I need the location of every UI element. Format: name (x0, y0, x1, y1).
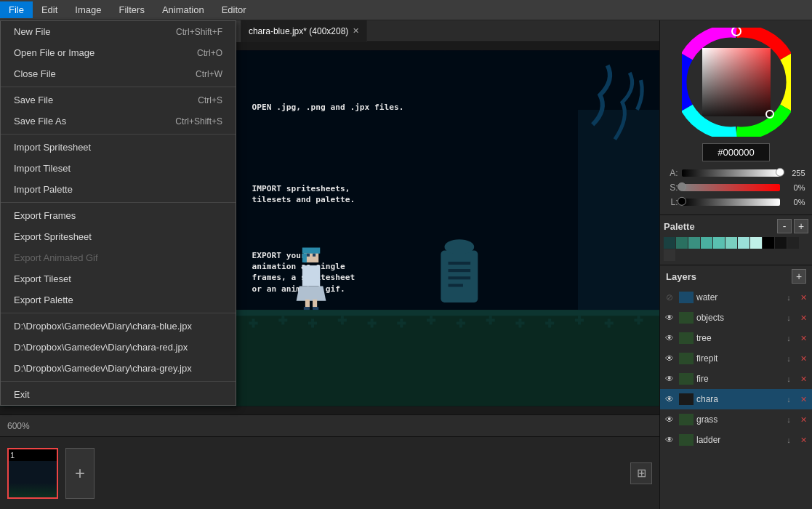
svg-rect-52 (427, 318, 435, 321)
layer-row-grass[interactable]: 👁 grass ↓ ✕ (660, 409, 812, 430)
menu-exit[interactable]: Exit (1, 384, 236, 405)
color-wheel-svg[interactable] (682, 28, 791, 137)
palette-swatch[interactable] (750, 237, 762, 249)
svg-rect-40 (249, 321, 257, 324)
menu-export-spritesheet[interactable]: Export Spritesheet (1, 226, 236, 247)
menu-import-palette[interactable]: Import Palette (1, 179, 236, 200)
layer-visibility-chara[interactable]: 👁 (663, 393, 676, 406)
saturation-value: 0% (784, 183, 805, 192)
layer-visibility-fire[interactable]: 👁 (663, 372, 676, 385)
layer-down-firepit[interactable]: ↓ (783, 353, 795, 364)
layer-visibility-water[interactable]: ⊘ (663, 291, 676, 304)
palette-swatch[interactable] (688, 237, 700, 249)
layer-down-fire[interactable]: ↓ (783, 373, 795, 385)
layer-visibility-ladder[interactable]: 👁 (663, 433, 676, 446)
menu-open-file[interactable]: Open File or Image Ctrl+O (1, 42, 236, 63)
palette-swatch[interactable] (787, 237, 799, 249)
menu-recent-3[interactable]: D:\Dropbox\Gamedev\Diary\chara-grey.jpx (1, 358, 236, 379)
palette-swatch[interactable] (725, 237, 737, 249)
lightness-slider[interactable] (682, 199, 780, 206)
palette-swatch[interactable] (701, 237, 712, 249)
menu-animation[interactable]: Animation (153, 1, 213, 18)
menu-recent-2[interactable]: D:\Dropbox\Gamedev\Diary\chara-red.jpx (1, 337, 236, 358)
frame-thumbnail (9, 461, 57, 497)
layer-down-grass[interactable]: ↓ (783, 414, 795, 425)
palette-swatch[interactable] (664, 237, 675, 249)
menu-import-spritesheet[interactable]: Import Spritesheet (1, 137, 236, 158)
menu-new-file[interactable]: New File Ctrl+Shift+F (1, 21, 236, 42)
layer-visibility-tree[interactable]: 👁 (663, 332, 676, 345)
saturation-slider[interactable] (682, 184, 780, 191)
layer-row-fire[interactable]: 👁 fire ↓ ✕ (660, 369, 812, 389)
layer-row-ladder[interactable]: 👁 ladder ↓ ✕ (660, 430, 812, 450)
layer-close-firepit[interactable]: ✕ (797, 353, 809, 364)
alpha-slider[interactable] (682, 169, 780, 177)
file-dropdown-menu: New File Ctrl+Shift+F Open File or Image… (0, 20, 236, 406)
layer-down-objects[interactable]: ↓ (783, 312, 795, 324)
layer-down-tree[interactable]: ↓ (783, 332, 795, 344)
color-wheel-container[interactable] (682, 28, 791, 137)
layer-visibility-firepit[interactable]: 👁 (663, 352, 676, 365)
add-layer-button[interactable]: + (792, 269, 806, 284)
layer-close-chara[interactable]: ✕ (797, 393, 809, 405)
menu-save-file[interactable]: Save File Ctrl+S (1, 89, 236, 111)
layer-row-objects[interactable]: 👁 objects ↓ ✕ (660, 308, 812, 328)
frame-1[interactable]: 1 (7, 448, 58, 499)
tab-chara-blue[interactable]: chara-blue.jpx* (400x208) ✕ (241, 20, 367, 42)
zoom-bar: 600% (0, 414, 659, 436)
palette-controls: - + (777, 219, 808, 233)
menu-editor[interactable]: Editor (213, 1, 255, 18)
menu-save-file-as[interactable]: Save File As Ctrl+Shift+S (1, 111, 236, 132)
layer-close-grass[interactable]: ✕ (797, 414, 809, 425)
color-hex-display[interactable]: #000000 (702, 143, 770, 161)
palette-add-button[interactable]: + (794, 219, 808, 233)
palette-swatch[interactable] (763, 237, 774, 249)
menu-edit[interactable]: Edit (33, 1, 66, 18)
layer-name-fire: fire (696, 374, 780, 384)
layer-visibility-objects[interactable]: 👁 (663, 311, 676, 324)
menu-import-tileset[interactable]: Import Tileset (1, 158, 236, 179)
menu-file[interactable]: File (0, 1, 33, 18)
palette-swatch[interactable] (664, 249, 675, 261)
menu-export-frames[interactable]: Export Frames (1, 205, 236, 226)
add-frame-button[interactable]: + (65, 448, 95, 499)
color-wheel-area: #000000 A: 255 S: 0% L: (660, 20, 812, 215)
palette-swatch[interactable] (775, 237, 787, 249)
layers-header: Layers + (660, 265, 812, 287)
svg-rect-60 (545, 321, 554, 324)
layer-row-tree[interactable]: 👁 tree ↓ ✕ (660, 328, 812, 348)
svg-rect-42 (278, 318, 287, 321)
layer-visibility-grass[interactable]: 👁 (663, 413, 676, 426)
layers-list: ⊘ water ↓ ✕ 👁 objects ↓ ✕ 👁 tree ↓ ✕ 👁 f… (660, 287, 812, 450)
layer-down-chara[interactable]: ↓ (783, 393, 795, 405)
layer-down-ladder[interactable]: ↓ (783, 434, 795, 446)
layer-name-tree: tree (696, 333, 780, 343)
layers-title: Layers (666, 271, 696, 282)
svg-text:EXPORT your: EXPORT your (252, 251, 305, 260)
layer-row-firepit[interactable]: 👁 firepit ↓ ✕ (660, 348, 812, 369)
menu-recent-1[interactable]: D:\Dropbox\Gamedev\Diary\chara-blue.jpx (1, 316, 236, 337)
palette-remove-button[interactable]: - (777, 219, 792, 233)
menu-image[interactable]: Image (66, 1, 110, 18)
expand-frames-button[interactable]: ⊞ (630, 462, 652, 484)
layer-close-ladder[interactable]: ✕ (797, 434, 809, 446)
svg-rect-71 (302, 254, 307, 262)
palette-swatch[interactable] (738, 237, 749, 249)
palette-swatch[interactable] (713, 237, 725, 249)
menu-close-file[interactable]: Close File Ctrl+W (1, 63, 236, 84)
layer-close-fire[interactable]: ✕ (797, 373, 809, 385)
layer-close-tree[interactable]: ✕ (797, 332, 809, 344)
palette-swatch[interactable] (676, 237, 688, 249)
tab-close-chara-blue[interactable]: ✕ (353, 26, 359, 36)
layer-close-objects[interactable]: ✕ (797, 312, 809, 324)
menu-export-palette[interactable]: Export Palette (1, 289, 236, 310)
menu-filters[interactable]: Filters (110, 1, 153, 18)
layer-close-water[interactable]: ✕ (797, 292, 809, 303)
alpha-value: 255 (784, 169, 805, 177)
menu-export-animated-gif[interactable]: Export Animated Gif (1, 247, 236, 268)
layer-down-water[interactable]: ↓ (783, 292, 795, 303)
layer-row-water[interactable]: ⊘ water ↓ ✕ (660, 287, 812, 308)
layer-row-chara[interactable]: 👁 chara ↓ ✕ (660, 389, 812, 409)
menu-export-tileset[interactable]: Export Tileset (1, 268, 236, 289)
palette-title: Palette (664, 221, 695, 232)
